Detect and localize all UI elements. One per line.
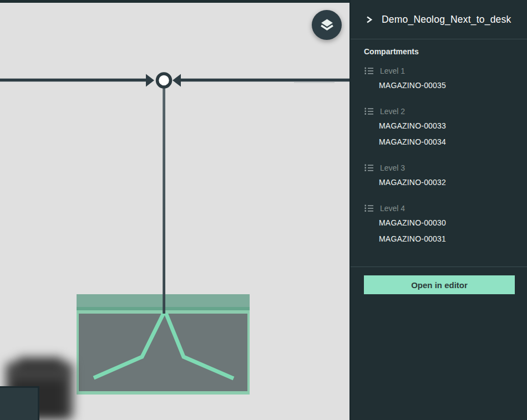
- sidebar-header: Demo_Neolog_Next_to_desk: [351, 0, 527, 39]
- level-group: Level 4 MAGAZINO-00030 MAGAZINO-00031: [351, 202, 527, 247]
- level-group: Level 3 MAGAZINO-00032: [351, 161, 527, 191]
- canvas-top-strip: [0, 0, 349, 3]
- chevron-right-icon: [365, 16, 373, 24]
- compartment-item[interactable]: MAGAZINO-00030: [351, 215, 527, 231]
- drop-line: [163, 88, 165, 314]
- level-label: Level 1: [380, 66, 405, 75]
- level-group: Level 2 MAGAZINO-00033 MAGAZINO-00034: [351, 105, 527, 150]
- ordered-list-icon: [364, 107, 373, 116]
- arrowhead-right-icon: [173, 74, 181, 87]
- dark-map-block: [0, 386, 39, 420]
- compartment-item[interactable]: MAGAZINO-00032: [351, 175, 527, 191]
- rack-whisker-lines: [77, 294, 250, 395]
- level-row-3[interactable]: Level 3: [351, 161, 527, 175]
- waypoint-node-icon[interactable]: [158, 74, 171, 87]
- panel-title: Demo_Neolog_Next_to_desk: [382, 14, 511, 25]
- collapse-panel-button[interactable]: [363, 14, 374, 25]
- ordered-list-icon: [364, 66, 373, 75]
- level-label: Level 4: [380, 204, 405, 213]
- layers-button[interactable]: [312, 10, 342, 40]
- compartment-item[interactable]: MAGAZINO-00035: [351, 78, 527, 94]
- layers-icon: [320, 18, 335, 32]
- ordered-list-icon: [364, 204, 373, 213]
- level-group: Level 1 MAGAZINO-00035: [351, 64, 527, 94]
- level-label: Level 3: [380, 163, 405, 172]
- level-row-2[interactable]: Level 2: [351, 105, 527, 118]
- ordered-list-icon: [364, 163, 373, 172]
- map-canvas[interactable]: [0, 0, 349, 420]
- compartment-item[interactable]: MAGAZINO-00033: [351, 118, 527, 134]
- arrowhead-left-icon: [146, 74, 154, 87]
- compartment-item[interactable]: MAGAZINO-00031: [351, 231, 527, 247]
- app-window: Demo_Neolog_Next_to_desk Compartments Le…: [0, 0, 527, 420]
- level-label: Level 2: [380, 107, 405, 116]
- sidebar-divider: [351, 267, 527, 267]
- open-in-editor-button[interactable]: Open in editor: [364, 275, 515, 294]
- rack-compartment-footprint[interactable]: [77, 294, 250, 395]
- compartments-section-label: Compartments: [364, 47, 527, 56]
- details-sidebar: Demo_Neolog_Next_to_desk Compartments Le…: [349, 0, 527, 420]
- level-row-4[interactable]: Level 4: [351, 202, 527, 215]
- level-row-1[interactable]: Level 1: [351, 64, 527, 78]
- compartment-item[interactable]: MAGAZINO-00034: [351, 134, 527, 150]
